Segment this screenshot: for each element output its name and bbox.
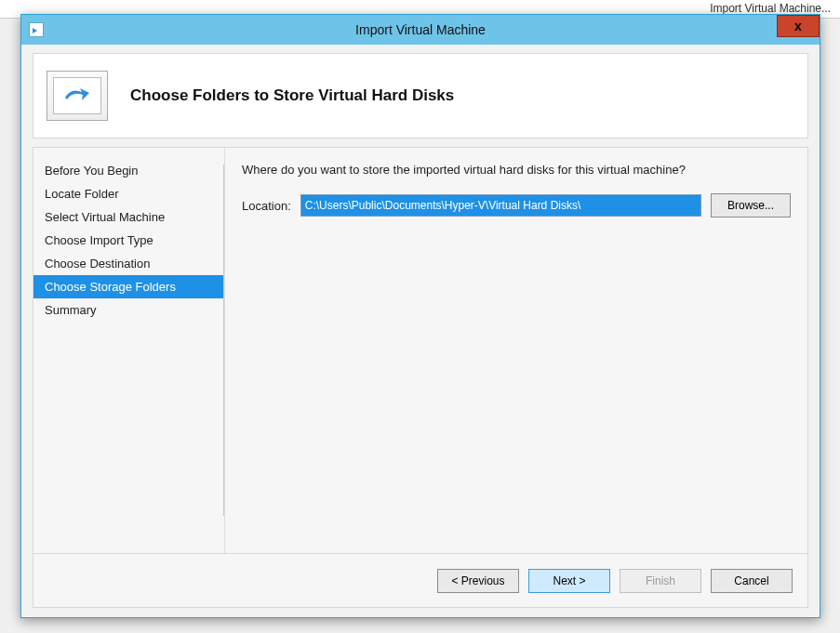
wizard-window: Import Virtual Machine x Choose Folders …: [20, 14, 820, 618]
step-choose-import-type[interactable]: Choose Import Type: [33, 229, 224, 252]
page-title: Choose Folders to Store Virtual Hard Dis…: [130, 86, 454, 105]
previous-button[interactable]: < Previous: [437, 569, 519, 593]
header-panel: Choose Folders to Store Virtual Hard Dis…: [33, 53, 808, 138]
step-summary[interactable]: Summary: [33, 298, 224, 322]
browse-button[interactable]: Browse...: [711, 193, 791, 218]
arrow-icon: [61, 84, 93, 108]
wizard-steps: Before You Begin Locate Folder Select Vi…: [33, 148, 225, 553]
prompt-text: Where do you want to store the imported …: [242, 163, 791, 177]
cancel-button[interactable]: Cancel: [711, 569, 793, 593]
step-choose-storage-folders[interactable]: Choose Storage Folders: [33, 275, 224, 298]
step-locate-folder[interactable]: Locate Folder: [33, 182, 224, 205]
body: Before You Begin Locate Folder Select Vi…: [33, 147, 808, 554]
location-input[interactable]: [300, 194, 701, 217]
content-pane: Where do you want to store the imported …: [225, 148, 807, 553]
close-icon: x: [794, 19, 802, 33]
step-select-virtual-machine[interactable]: Select Virtual Machine: [33, 205, 224, 229]
wizard-icon: [47, 71, 108, 121]
step-choose-destination[interactable]: Choose Destination: [33, 252, 224, 275]
system-menu-icon[interactable]: [29, 22, 44, 37]
finish-button[interactable]: Finish: [620, 569, 701, 593]
window-title: Import Virtual Machine: [21, 22, 820, 37]
location-label: Location:: [242, 199, 291, 213]
step-before-you-begin[interactable]: Before You Begin: [33, 159, 224, 182]
titlebar: Import Virtual Machine x: [21, 15, 820, 45]
location-row: Location: Browse...: [242, 193, 791, 218]
footer: < Previous Next > Finish Cancel: [33, 554, 808, 608]
next-button[interactable]: Next >: [528, 569, 610, 593]
close-button[interactable]: x: [777, 15, 820, 37]
